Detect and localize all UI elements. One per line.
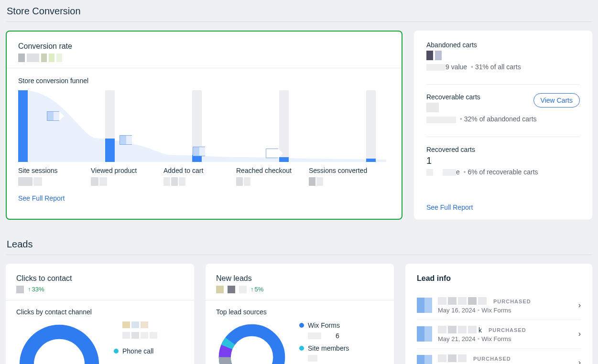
lead-avatar	[417, 298, 432, 313]
funnel-value-redacted	[309, 177, 376, 186]
funnel-label-text: Site sessions	[18, 167, 85, 174]
newleads-legend: Wix Forms 6 Site members	[299, 321, 349, 364]
chevron-right-icon: ›	[578, 301, 581, 310]
divider	[426, 84, 580, 85]
funnel-tag-2	[120, 135, 137, 145]
lead-badge: PURCHASED	[493, 299, 531, 304]
lead-name-suffix: k	[478, 326, 482, 334]
legend-item-phone: Phone call	[114, 347, 157, 355]
recovered-carts-value: 1	[426, 155, 580, 166]
lead-info-title: Lead info	[417, 274, 581, 283]
recoverable-carts-value-redacted	[426, 103, 533, 112]
clicks-pct-change: ↑33%	[28, 286, 44, 293]
newleads-pct-change: ↑5%	[250, 286, 263, 293]
divider	[6, 300, 194, 300]
conversion-rate-value-redacted	[18, 54, 390, 62]
lead-row[interactable]: k PURCHASED May 21, 2024•Wix Forms ›	[417, 320, 581, 349]
legend-dot-icon	[114, 349, 119, 353]
lead-row[interactable]: PURCHASED May 16, 2024•Wix Forms ›	[417, 291, 581, 320]
conversion-rate-card: Conversion rate Store conversion funnel	[6, 31, 402, 220]
funnel-label-added-to-cart: Added to cart	[163, 167, 230, 186]
legend-dot-icon	[299, 323, 304, 328]
see-full-report-link[interactable]: See Full Report	[18, 194, 65, 202]
funnel-label-site-sessions: Site sessions	[18, 167, 85, 186]
lead-avatar	[417, 355, 432, 364]
newleads-chip-3	[239, 286, 247, 293]
section-leads: Leads	[6, 233, 592, 255]
new-leads-card: New leads ↑5% Top lead sources	[206, 264, 394, 364]
funnel-label-reached-checkout: Reached checkout	[236, 167, 303, 186]
funnel-title: Store conversion funnel	[18, 77, 390, 85]
funnel-value-redacted	[91, 177, 158, 186]
clicks-donut-chart	[16, 321, 102, 364]
funnel-label-text: Sessions converted	[309, 167, 376, 174]
abandoned-carts-value-redacted	[426, 51, 580, 60]
chevron-right-icon: ›	[578, 330, 581, 338]
abandoned-carts-subtext: 9 value •31% of all carts	[426, 63, 580, 71]
arrow-up-icon: ↑	[28, 286, 31, 293]
newleads-chip-1	[216, 286, 224, 293]
lead-name-redacted	[438, 326, 477, 333]
clicks-subheader: Clicks by contact channel	[16, 308, 184, 316]
lead-name-redacted	[438, 354, 467, 362]
clicks-to-contact-title: Clicks to contact	[16, 274, 184, 283]
newleads-subheader: Top lead sources	[216, 308, 383, 316]
lead-avatar	[417, 326, 432, 342]
recovered-carts-title: Recovered carts	[426, 146, 580, 153]
newleads-donut-chart	[216, 321, 288, 364]
legend-value-redacted	[122, 321, 157, 328]
lead-name-redacted	[438, 297, 487, 305]
divider	[7, 68, 402, 68]
abandoned-carts-card: Abandoned carts 9 value •31% of all cart…	[414, 31, 592, 220]
legend-item-members: Site members	[299, 344, 349, 352]
funnel-label-viewed-product: Viewed product	[91, 167, 158, 186]
recovered-carts-subtext: e •6% of recoverable carts	[426, 168, 580, 176]
lead-badge: PURCHASED	[489, 327, 526, 333]
funnel-bar-viewed-product	[105, 90, 115, 162]
legend-value: 6	[336, 332, 339, 340]
lead-subtext: May 16, 2024•Wix Forms	[438, 307, 571, 314]
divider	[426, 137, 580, 137]
funnel-label-text: Viewed product	[91, 167, 158, 174]
funnel-labels: Site sessions Viewed product Added to ca…	[18, 167, 390, 186]
funnel-bar-sessions-converted	[366, 90, 376, 162]
conversion-rate-title: Conversion rate	[18, 42, 390, 51]
funnel-bar-site-sessions	[18, 90, 28, 162]
lead-badge: PURCHASED	[473, 356, 511, 362]
legend-label: Site members	[308, 344, 349, 352]
legend-members-value-redacted	[308, 355, 349, 363]
funnel-tag-1	[47, 111, 64, 121]
section-store-conversion: Store Conversion	[6, 0, 592, 22]
view-carts-button[interactable]: View Carts	[533, 93, 580, 107]
new-leads-title: New leads	[216, 274, 383, 283]
funnel-chart	[18, 90, 390, 162]
newleads-chip-2	[228, 286, 235, 293]
funnel-value-redacted	[18, 177, 85, 186]
clicks-value-redacted	[16, 286, 24, 293]
lead-subtext: May 21, 2024•Wix Forms	[438, 335, 571, 343]
arrow-up-icon: ↑	[250, 286, 254, 293]
chevron-right-icon: ›	[578, 358, 581, 364]
funnel-tag-3	[193, 147, 210, 156]
funnel-label-sessions-converted: Sessions converted	[309, 167, 376, 186]
legend-label: Wix Forms	[308, 321, 340, 329]
see-full-report-link[interactable]: See Full Report	[426, 203, 473, 211]
divider	[206, 300, 394, 300]
legend-item-forms: Wix Forms	[299, 321, 349, 329]
legend-dot-icon	[299, 346, 304, 351]
clicks-to-contact-card: Clicks to contact ↑33% Clicks by contact…	[6, 264, 194, 364]
legend-label: Phone call	[122, 347, 153, 355]
lead-info-card: Lead info PURCHASED May 16, 2024•Wix For…	[405, 264, 592, 364]
lead-row[interactable]: PURCHASED May 15, 2024•Wix Chat ›	[417, 349, 581, 364]
legend-forms-value-row: 6	[308, 332, 349, 340]
abandoned-carts-title: Abandoned carts	[426, 41, 580, 49]
funnel-tag-4	[266, 149, 283, 158]
recoverable-carts-subtext: •32% of abandoned carts	[426, 115, 580, 123]
funnel-label-text: Added to cart	[163, 167, 230, 174]
funnel-value-redacted	[163, 177, 230, 186]
clicks-legend: Phone call	[114, 321, 157, 358]
funnel-value-redacted	[236, 177, 303, 186]
legend-value-redacted	[122, 332, 157, 339]
funnel-label-text: Reached checkout	[236, 167, 303, 174]
